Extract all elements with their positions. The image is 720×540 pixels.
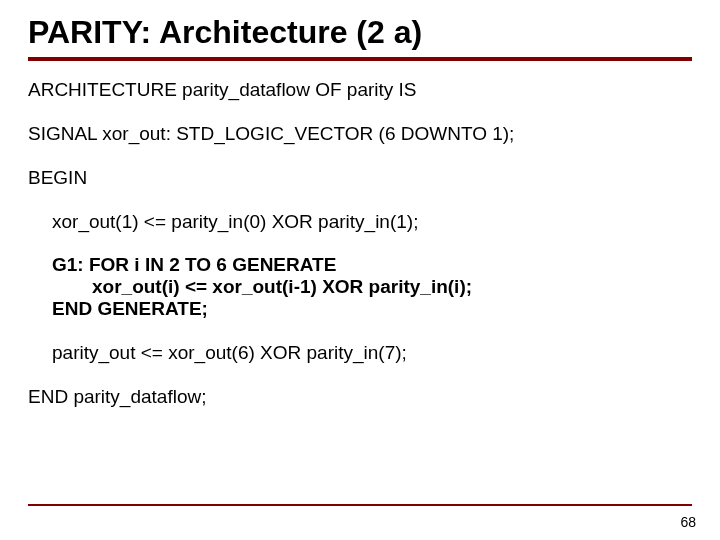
slide: PARITY: Architecture (2 a) ARCHITECTURE … (0, 0, 720, 540)
code-line: END parity_dataflow; (28, 386, 692, 408)
page-number: 68 (680, 514, 696, 530)
slide-title: PARITY: Architecture (2 a) (28, 14, 692, 51)
code-line: SIGNAL xor_out: STD_LOGIC_VECTOR (6 DOWN… (28, 123, 692, 145)
code-line: ARCHITECTURE parity_dataflow OF parity I… (28, 79, 692, 101)
title-underline (28, 57, 692, 61)
code-line: parity_out <= xor_out(6) XOR parity_in(7… (28, 342, 692, 364)
code-line: xor_out(1) <= parity_in(0) XOR parity_in… (28, 211, 692, 233)
code-body: ARCHITECTURE parity_dataflow OF parity I… (28, 79, 692, 408)
code-line: END GENERATE; (28, 298, 692, 320)
code-line: BEGIN (28, 167, 692, 189)
generate-block: G1: FOR i IN 2 TO 6 GENERATE xor_out(i) … (28, 254, 692, 320)
code-line: G1: FOR i IN 2 TO 6 GENERATE (28, 254, 692, 276)
footer-rule (28, 504, 692, 506)
code-line: xor_out(i) <= xor_out(i-1) XOR parity_in… (28, 276, 692, 298)
